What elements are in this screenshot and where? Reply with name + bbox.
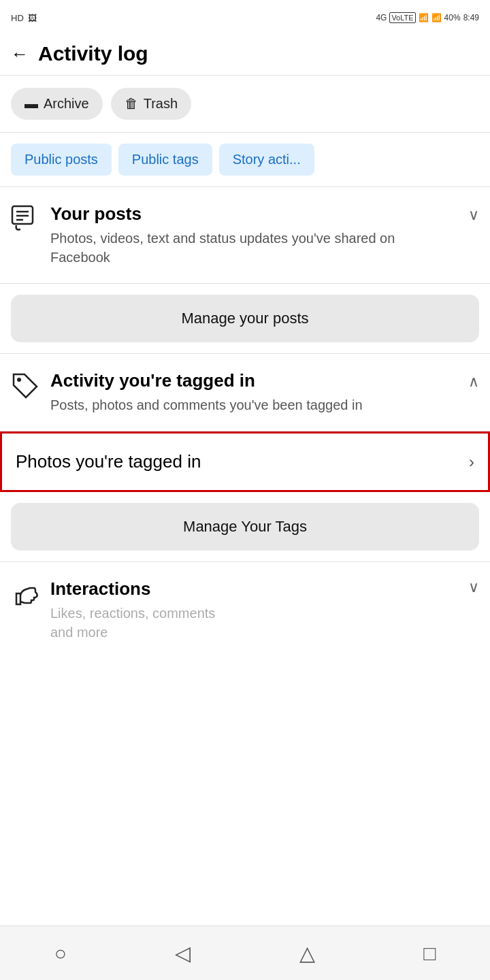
tag-icon [11,372,39,406]
interactions-description: Likes, reactions, comments [50,604,457,623]
your-posts-title: Your posts [50,203,457,225]
filter-chips-row: ▬ Archive 🗑 Trash [0,76,490,133]
photos-tagged-chevron: › [469,453,474,472]
interactions-chevron[interactable]: ∨ [468,578,479,596]
status-left: HD 🖼 [11,13,37,23]
nav-home-icon[interactable]: ○ [54,942,67,965]
your-posts-chevron[interactable]: ∨ [468,206,479,224]
activity-tagged-section: Activity you're tagged in Posts, photos … [0,354,490,431]
your-posts-description: Photos, videos, text and status updates … [50,229,457,267]
interactions-desc-text: Likes, reactions, comments [50,606,215,621]
trash-icon: 🗑 [125,96,138,112]
battery-level: 40% [444,13,461,22]
tab-filter-row: Public posts Public tags Story acti... [0,133,490,187]
page-title: Activity log [38,42,148,65]
interactions-section: Interactions Likes, reactions, comments … [0,562,490,649]
tab-story-label: Story acti... [233,152,301,167]
tab-public-posts-label: Public posts [24,152,98,167]
archive-icon: ▬ [24,96,38,112]
interactions-content: Interactions Likes, reactions, comments … [50,578,457,642]
status-bar: HD 🖼 4G VoLTE 📶 📶 40% 8:49 [0,0,490,33]
your-posts-icon [11,205,39,240]
nav-recents-icon[interactable]: □ [423,942,436,965]
signal-bars-1: 📶 [419,13,429,22]
interactions-icon [11,580,39,615]
tab-story-activity[interactable]: Story acti... [219,144,314,176]
status-right: 4G VoLTE 📶 📶 40% 8:49 [376,12,479,23]
tab-public-tags-label: Public tags [132,152,199,167]
photos-tagged-label: Photos you're tagged in [16,451,201,472]
volte-icon: VoLTE [389,12,415,23]
activity-tagged-description: Posts, photos and comments you've been t… [50,395,457,414]
nav-back-icon[interactable]: ◁ [175,941,191,965]
your-posts-section: Your posts Photos, videos, text and stat… [0,187,490,284]
archive-label: Archive [44,96,89,112]
manage-posts-button[interactable]: Manage your posts [11,295,479,342]
back-button[interactable]: ← [11,44,29,65]
activity-tagged-title: Activity you're tagged in [50,370,457,391]
activity-tagged-chevron[interactable]: ∧ [468,373,479,391]
tab-public-tags[interactable]: Public tags [118,144,212,176]
activity-tagged-content: Activity you're tagged in Posts, photos … [50,370,457,414]
network-type: 4G [376,13,387,22]
bottom-nav: ○ ◁ △ □ [0,926,490,980]
interactions-title: Interactions [50,578,457,600]
manage-tags-button[interactable]: Manage Your Tags [11,503,479,551]
archive-chip[interactable]: ▬ Archive [11,88,103,120]
trash-chip[interactable]: 🗑 Trash [111,88,191,120]
nav-up-icon[interactable]: △ [299,941,315,965]
time-display: 8:49 [463,13,479,22]
manage-posts-area: Manage your posts [0,284,490,354]
signal-bars-2: 📶 [431,13,442,22]
hd-indicator: HD [11,13,24,23]
manage-tags-area: Manage Your Tags [0,492,490,562]
image-icon: 🖼 [28,13,37,23]
svg-point-4 [17,378,21,382]
trash-label: Trash [144,96,178,112]
header: ← Activity log [0,33,490,76]
photos-tagged-item[interactable]: Photos you're tagged in › [0,431,490,492]
interactions-more: and more [50,623,457,642]
tab-public-posts[interactable]: Public posts [11,144,112,176]
your-posts-content: Your posts Photos, videos, text and stat… [50,203,457,267]
